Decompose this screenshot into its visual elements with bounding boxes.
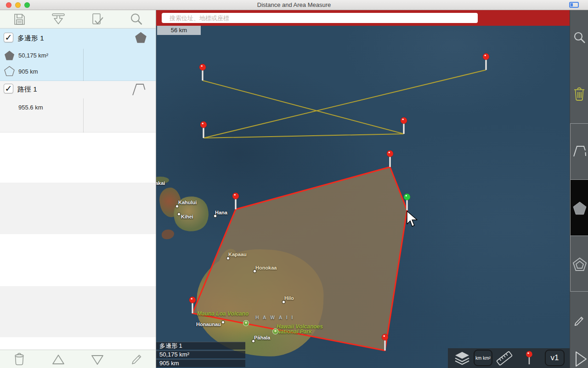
map-label: akai <box>156 180 165 186</box>
map-label-dot <box>227 257 229 259</box>
search-input[interactable] <box>162 13 478 23</box>
search-strip <box>156 10 570 26</box>
checkmark: ✓ <box>4 84 13 93</box>
app-window: Distance and Area Measure <box>0 0 588 368</box>
visibility-checkbox[interactable]: ✓ <box>4 84 13 93</box>
panel-toolbar <box>0 10 156 29</box>
rename-button[interactable] <box>129 352 145 367</box>
perimeter-pentagon-icon <box>4 65 15 77</box>
map-canvas[interactable]: akaiKahuluiKiheiHanaKapaauHonokaaHiloMau… <box>156 10 570 368</box>
scale-indicator: 56 km <box>157 26 201 35</box>
overlay-name: 多邊形 1 <box>156 342 245 350</box>
tool-polygon-outline[interactable] <box>570 236 588 292</box>
export-icon <box>51 12 66 27</box>
pin-tool-button[interactable] <box>525 350 534 368</box>
draw-freehand-button[interactable] <box>572 314 586 329</box>
polygon-outline-tool-icon <box>572 256 588 272</box>
tool-path[interactable] <box>570 123 588 179</box>
empty-row <box>0 337 156 350</box>
map-label-dot <box>222 321 224 323</box>
map-label-dot <box>283 301 285 303</box>
map-pin[interactable] <box>387 150 393 167</box>
map-pin[interactable] <box>199 64 206 80</box>
map-pin[interactable] <box>483 53 489 70</box>
units-label: km km² <box>475 356 491 361</box>
map-label-dot <box>178 213 180 215</box>
map-label: Hana <box>215 210 227 215</box>
export-button[interactable] <box>51 12 67 27</box>
layers-button[interactable] <box>454 351 470 368</box>
map-pin[interactable] <box>404 194 410 210</box>
map-label: Kihei <box>181 214 193 219</box>
mouse-cursor <box>407 211 417 226</box>
triangle-up-icon <box>51 352 66 367</box>
delete-button[interactable] <box>12 352 28 367</box>
version-label: v1 <box>551 353 559 362</box>
path-tool-icon <box>572 144 588 159</box>
move-down-button[interactable] <box>90 352 106 367</box>
list-item-path-1[interactable]: ✓ 路徑 1 955.6 km <box>0 81 156 132</box>
map-label: Hilo <box>284 295 294 301</box>
empty-row <box>0 234 156 286</box>
map-label: Hawaii Volcanoes National Park <box>277 324 323 334</box>
list-item-polygon-1[interactable]: ✓ 多邊形 1 50,175 km² 905 km <box>0 29 156 81</box>
map-label-dot <box>176 205 178 207</box>
map-label: H A W A I I <box>255 315 294 320</box>
tool-polygon[interactable] <box>570 179 588 236</box>
visibility-checkbox[interactable]: ✓ <box>4 33 13 42</box>
map-pin[interactable] <box>200 121 207 138</box>
map-label: Honokaa <box>255 265 277 270</box>
tools-sidebar <box>570 10 588 368</box>
version-button[interactable]: v1 <box>545 350 565 366</box>
length-value: 955.6 km <box>18 104 43 111</box>
document-check-icon <box>90 12 105 27</box>
play-triangle-icon <box>572 351 588 368</box>
ruler-button[interactable] <box>496 350 513 368</box>
trash-icon <box>12 352 27 367</box>
trash-icon <box>572 86 586 102</box>
island-kahoolawe <box>162 230 174 239</box>
map-pin[interactable] <box>232 193 239 209</box>
overlay-area: 50,175 km² <box>156 351 245 358</box>
park-poi-icon <box>272 328 278 334</box>
pencil-icon <box>129 352 144 367</box>
search-icon <box>572 31 586 45</box>
collapse-sidebar-button[interactable] <box>572 351 586 368</box>
map-label: Kahului <box>178 200 197 205</box>
save-button[interactable] <box>12 12 28 27</box>
column-divider <box>83 49 84 81</box>
map-toolbar: km km² <box>448 348 570 368</box>
units-button[interactable]: km km² <box>474 350 492 366</box>
map-label: Kapaau <box>228 252 247 257</box>
panel-bottom-toolbar <box>0 350 156 368</box>
map-pin[interactable] <box>382 334 388 351</box>
item-title: 路徑 1 <box>17 85 37 94</box>
measured-path <box>203 70 486 138</box>
move-up-button[interactable] <box>51 352 67 367</box>
overlay-perimeter: 905 km <box>156 359 245 367</box>
triangle-down-icon <box>90 352 105 367</box>
map-search-button[interactable] <box>572 31 586 46</box>
map-label-dot <box>252 340 254 342</box>
park-poi-icon <box>243 320 249 326</box>
pencil-icon <box>572 314 586 328</box>
empty-row <box>0 132 156 183</box>
area-value: 50,175 km² <box>18 52 48 59</box>
path-type-icon <box>131 82 147 96</box>
map-delete-button[interactable] <box>572 86 586 104</box>
validate-button[interactable] <box>90 12 106 27</box>
map-label: Pāhala <box>254 335 270 340</box>
search-button[interactable] <box>129 12 145 27</box>
area-pentagon-icon <box>4 50 15 61</box>
window-title: Distance and Area Measure <box>0 1 588 8</box>
polygon-tool-icon <box>572 200 588 216</box>
map-pin[interactable] <box>189 297 196 313</box>
layers-icon <box>454 351 470 366</box>
tab-overview-icon[interactable] <box>569 2 579 8</box>
map-label-dot <box>214 215 216 217</box>
column-divider <box>83 98 84 132</box>
pin-icon <box>525 350 534 367</box>
map-pin[interactable] <box>401 117 407 134</box>
empty-row <box>0 183 156 234</box>
save-icon <box>12 12 27 27</box>
